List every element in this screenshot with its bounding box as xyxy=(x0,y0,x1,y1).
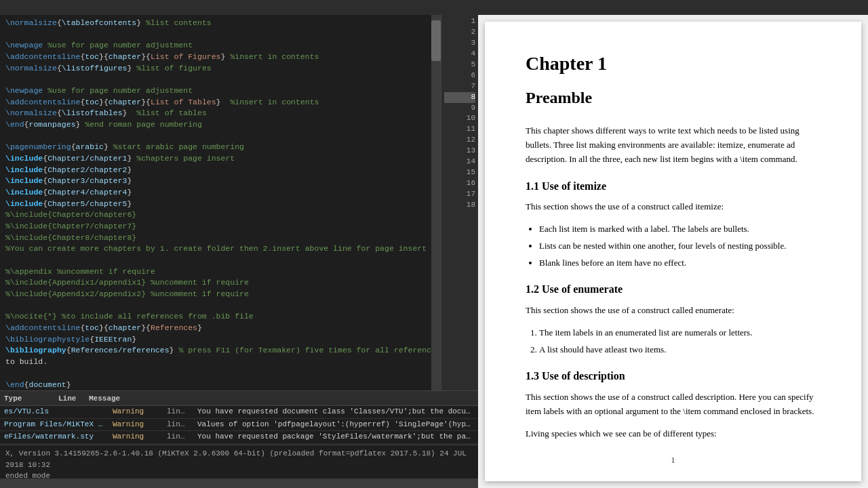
itemize-item-1: Each list item is marked with a label. T… xyxy=(539,222,821,237)
preview-panel: Chapter 1 Preamble This chapter shows di… xyxy=(478,15,868,488)
editor-scrollbar[interactable] xyxy=(431,15,441,390)
messages-body[interactable]: es/VTU.cls Warning line 1 You have reque… xyxy=(0,406,478,445)
msg-line-1: line 1 xyxy=(163,406,193,418)
code-editor[interactable]: \normalsize{\tableofcontents} %list cont… xyxy=(0,15,431,390)
section-1-1-title: 1.1 Use of itemize xyxy=(526,178,821,195)
status-line-1: X, Version 3.14159265-2.6-1.40.18 (MiKTe… xyxy=(5,448,473,470)
preamble-title: Preamble xyxy=(526,85,821,110)
section-1-2-title: 1.2 Use of enumerate xyxy=(526,281,821,298)
enumerate-item-2: A list should have atleast two items. xyxy=(539,343,821,357)
line-num-6[interactable]: 6 xyxy=(444,70,475,81)
line-num-17[interactable]: 17 xyxy=(444,189,475,200)
msg-type-2: Warning xyxy=(108,419,163,431)
message-row-3[interactable]: eFiles/watermark.sty Warning line 1 You … xyxy=(0,431,478,444)
msg-type-3: Warning xyxy=(108,431,163,443)
line-num-16[interactable]: 16 xyxy=(444,178,475,189)
line-num-10[interactable]: 10 xyxy=(444,113,475,124)
messages-panel: Type Line Message es/VTU.cls Warning lin… xyxy=(0,390,478,445)
editor-panel: \normalsize{\tableofcontents} %list cont… xyxy=(0,15,478,488)
message-row-1[interactable]: es/VTU.cls Warning line 1 You have reque… xyxy=(0,406,478,419)
editor-area: \normalsize{\tableofcontents} %list cont… xyxy=(0,15,478,390)
itemize-list: Each list item is marked with a label. T… xyxy=(539,222,821,270)
line-num-2[interactable]: 2 xyxy=(444,27,475,38)
msg-type-1: Warning xyxy=(108,406,163,418)
intro-paragraph: This chapter shows different ways to wri… xyxy=(526,124,821,166)
main-content: \normalsize{\tableofcontents} %list cont… xyxy=(0,15,868,488)
msg-message-3: You have requested package 'StyleFiles/w… xyxy=(193,431,478,443)
line-num-8[interactable]: 8 xyxy=(444,92,475,103)
line-num-12[interactable]: 12 xyxy=(444,135,475,146)
line-num-4[interactable]: 4 xyxy=(444,49,475,60)
section-1-3-title: 1.3 Use of description xyxy=(526,367,821,385)
status-bar: X, Version 3.14159265-2.6-1.40.18 (MiKTe… xyxy=(0,445,478,479)
editor-scroll-bottom[interactable] xyxy=(0,479,478,488)
line-num-9[interactable]: 9 xyxy=(444,103,475,114)
line-num-18[interactable]: 18 xyxy=(444,200,475,211)
top-bar xyxy=(0,0,868,15)
enumerate-list: The item labels in an enumerated list ar… xyxy=(539,326,821,357)
line-num-5[interactable]: 5 xyxy=(444,60,475,70)
line-num-3[interactable]: 3 xyxy=(444,38,475,49)
section-1-2-desc: This section shows the use of a construc… xyxy=(526,304,821,318)
messages-header: Type Line Message xyxy=(0,391,478,406)
msg-file-3: eFiles/watermark.sty xyxy=(0,431,108,443)
chapter-title: Chapter 1 xyxy=(526,49,821,79)
line-num-7[interactable]: 7 xyxy=(444,81,475,92)
itemize-item-2: Lists can be nested within one another, … xyxy=(539,239,821,253)
msg-message-2: Values of option 'pdfpagelayout':(hyperr… xyxy=(193,419,478,431)
col-type: Type xyxy=(0,394,54,403)
scrollbar-thumb[interactable] xyxy=(431,20,441,61)
col-line: Line xyxy=(54,394,85,403)
line-num-14[interactable]: 14 xyxy=(444,157,475,167)
section-1-1-desc: This section shows the use of a construc… xyxy=(526,200,821,214)
col-message: Message xyxy=(85,394,478,403)
preview-content[interactable]: Chapter 1 Preamble This chapter shows di… xyxy=(485,22,861,481)
line-num-1[interactable]: 1 xyxy=(444,16,475,27)
line-num-11[interactable]: 11 xyxy=(444,124,475,135)
enumerate-item-1: The item labels in an enumerated list ar… xyxy=(539,326,821,340)
line-numbers: 1 2 3 4 5 6 7 8 9 10 11 12 13 14 15 16 1 xyxy=(441,15,478,390)
page-number: 1 xyxy=(526,454,821,467)
line-num-13[interactable]: 13 xyxy=(444,146,475,157)
section-1-3-desc: This section shows the use of a construc… xyxy=(526,390,821,419)
line-numbers-panel: 1 2 3 4 5 6 7 8 9 10 11 12 13 14 15 16 1 xyxy=(441,15,478,390)
msg-file-2: Program Files/MiKTeX 2.9/tex/latex/hyper… xyxy=(0,419,108,431)
message-row-2[interactable]: Program Files/MiKTeX 2.9/tex/latex/hyper… xyxy=(0,419,478,432)
msg-line-3: line 1 xyxy=(163,431,193,443)
msg-message-1: You have requested document class 'Class… xyxy=(193,406,478,418)
itemize-item-3: Blank lines before an item have no effec… xyxy=(539,256,821,270)
msg-file-1: es/VTU.cls xyxy=(0,406,108,418)
msg-line-2: line 1 xyxy=(163,419,193,431)
line-num-15[interactable]: 15 xyxy=(444,167,475,178)
description-text: Living species which we see can be of di… xyxy=(526,427,821,441)
